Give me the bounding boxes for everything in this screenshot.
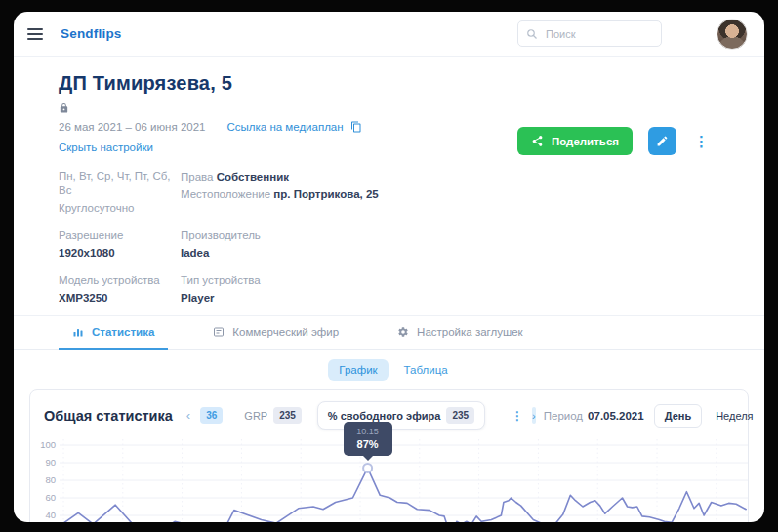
pencil-icon (656, 135, 669, 147)
svg-text:40: 40 (45, 510, 56, 520)
tab-stub-settings-label: Настройка заглушек (417, 326, 523, 338)
model-label: Модель устройства (59, 273, 181, 288)
location-value: пр. Портрикова, 25 (273, 188, 378, 200)
period-value: 07.05.2021 (588, 410, 644, 422)
tab-commercial-air[interactable]: Коммерческий эфир (199, 316, 352, 350)
schedule-days: Пн, Вт, Ср, Чт, Пт, Сб, Вс (59, 169, 181, 198)
resolution-label: Разрешение (59, 228, 181, 243)
app-window: Sendflips ДП Тимирязева, 5 26 мая 2021 –… (14, 12, 764, 522)
copy-icon[interactable] (350, 121, 362, 133)
hamburger-menu-icon[interactable] (27, 28, 43, 40)
metric-grp-label: GRP (244, 410, 267, 422)
resolution-value: 1920x1080 (59, 246, 181, 261)
metric-free-air-badge: 235 (446, 407, 474, 424)
chart-tooltip: 10:15 87% (344, 422, 392, 456)
view-toggle: График Таблица (14, 359, 764, 381)
tab-statistics-label: Статистика (92, 326, 154, 338)
search-box[interactable] (517, 20, 662, 47)
type-label: Тип устройства (181, 273, 261, 288)
rights-label: Права (181, 171, 217, 183)
tab-bar: Статистика Коммерческий эфир Настройка з… (14, 315, 764, 350)
manufacturer-label: Производитель (181, 228, 261, 243)
tooltip-time: 10:15 (348, 427, 388, 436)
toggle-graph[interactable]: График (328, 359, 388, 381)
period-option-week[interactable]: Неделя (712, 410, 757, 422)
metric-grp-badge: 235 (273, 407, 302, 424)
chart-body: 100908060402000:0002:0004:0006:0008:0010… (30, 431, 748, 522)
tab-statistics[interactable]: Статистика (59, 316, 168, 350)
statistics-card: Общая статистика ‹ 36 GRP 235 % свободно… (29, 389, 749, 522)
brand-logo[interactable]: Sendflips (61, 26, 122, 41)
bar-chart-icon (72, 326, 84, 338)
period-option-day[interactable]: День (654, 404, 703, 428)
page-title: ДП Тимирязева, 5 (59, 72, 710, 95)
search-input[interactable] (544, 27, 635, 41)
gear-icon (397, 326, 409, 338)
tooltip-value: 87% (348, 438, 388, 450)
kebab-menu-icon[interactable]: ⋮ (692, 132, 711, 150)
search-icon (526, 28, 538, 40)
lock-icon (59, 101, 69, 117)
location-label: Местоположение (181, 188, 273, 200)
share-button-label: Поделиться (552, 136, 619, 147)
edit-button[interactable] (648, 127, 676, 155)
date-range: 26 мая 2021 – 06 июня 2021 (59, 121, 205, 133)
screen-icon (213, 326, 225, 338)
toggle-table[interactable]: Таблица (402, 359, 450, 381)
chevron-right-button[interactable]: › (532, 407, 536, 424)
svg-text:90: 90 (45, 457, 56, 468)
share-button[interactable]: Поделиться (517, 127, 633, 155)
dots-divider-icon[interactable]: ⋮ (511, 409, 524, 423)
schedule-hours: Круглосуточно (59, 201, 181, 216)
metric-grp[interactable]: GRP 235 (244, 407, 302, 424)
metric-free-air-label: % свободного эфира (328, 410, 441, 422)
metric-free-air[interactable]: % свободного эфира 235 (317, 401, 485, 430)
period-label: Период (544, 410, 583, 422)
counter-badge: 36 (200, 407, 223, 424)
chart-title: Общая статистика (44, 408, 173, 424)
rights-value: Собственник (217, 171, 289, 183)
svg-text:100: 100 (40, 439, 56, 450)
avatar[interactable] (717, 19, 748, 50)
mediaplan-link[interactable]: Ссылка на медиаплан (226, 121, 343, 133)
tab-commercial-air-label: Коммерческий эфир (232, 326, 339, 338)
chevron-left-icon[interactable]: ‹ (184, 408, 192, 423)
svg-text:80: 80 (45, 474, 56, 485)
page-header: ДП Тимирязева, 5 26 мая 2021 – 06 июня 2… (14, 57, 764, 306)
share-icon (531, 135, 544, 147)
device-details: Пн, Вт, Ср, Чт, Пт, Сб, Вс Круглосуточно… (59, 169, 710, 306)
top-bar: Sendflips (14, 12, 764, 57)
svg-text:60: 60 (45, 492, 56, 503)
tab-stub-settings[interactable]: Настройка заглушек (384, 316, 537, 350)
type-value: Player (181, 291, 261, 306)
period-group: Период 07.05.2021 День Неделя Месяц (544, 403, 764, 429)
model-value: XMP3250 (59, 291, 181, 306)
manufacturer-value: Iadea (181, 246, 261, 261)
